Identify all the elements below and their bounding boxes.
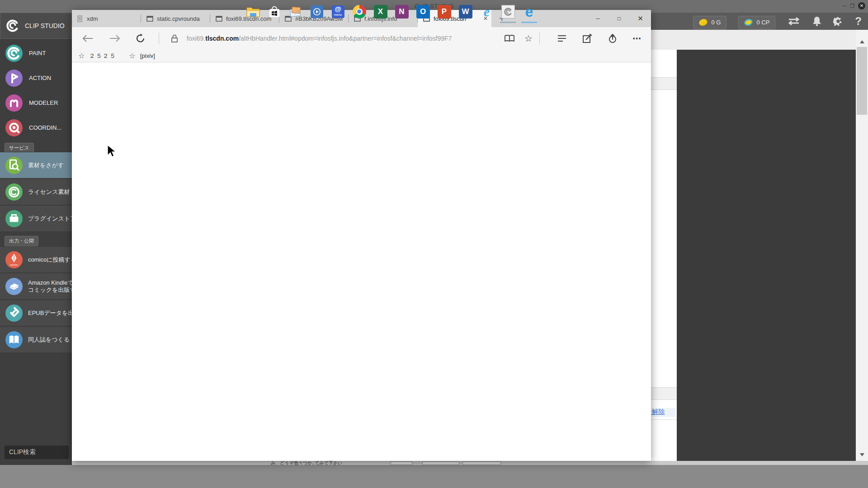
occluded-dialog-text: み、どうぞ色々つか..てみて下さい	[271, 461, 342, 465]
clip-studio-tile-icon	[501, 5, 515, 19]
taskbar-edge[interactable]: e	[519, 0, 540, 23]
settings-gear-icon[interactable]	[833, 16, 843, 26]
cp-balance-badge[interactable]: 0 CP	[738, 16, 775, 29]
taskbar-powerpoint[interactable]: P	[434, 0, 455, 23]
taskbar-atmenu-app[interactable]: @ menu	[327, 0, 349, 23]
sidebar-item-search-materials[interactable]: 素材をさがす	[0, 152, 72, 178]
edge-maximize-button[interactable]: □	[609, 10, 630, 27]
app-close-button[interactable]: ✕	[858, 2, 865, 9]
comico-icon: comico	[5, 251, 23, 268]
panel-header-band	[651, 77, 677, 90]
favorite-item-2525[interactable]: ２５２５	[89, 52, 116, 60]
clip-studio-logo-icon	[5, 18, 20, 33]
sidebar-item-paint[interactable]: PAINT	[0, 41, 72, 66]
sidebar-item-action[interactable]: ACTION	[0, 66, 72, 90]
modeler-icon	[5, 94, 23, 112]
refresh-button[interactable]	[132, 27, 150, 50]
sidebar: CLIP STUDIO PAINT ACTION MODELER COORDIN…	[0, 13, 72, 465]
sidebar-item-label: ライセンス素材	[28, 188, 70, 196]
powerpoint-glyph: P	[442, 7, 447, 16]
sync-swap-icon[interactable]	[787, 17, 801, 25]
notification-bell-icon[interactable]	[812, 16, 821, 26]
reading-view-icon[interactable]	[500, 27, 519, 50]
folder-icon	[246, 6, 260, 18]
app-minimize-button[interactable]: ─	[843, 2, 846, 9]
tab-xdm[interactable]: xdm	[72, 10, 141, 27]
favorites-bar: ☆ ２５２５ ☆ [pixiv]	[72, 50, 651, 62]
taskbar-clip-studio[interactable]	[497, 0, 519, 23]
edge-close-button[interactable]: ✕	[630, 10, 651, 27]
cp-balance-label: 0 CP	[756, 19, 769, 26]
hub-icon[interactable]	[552, 27, 572, 50]
more-actions-icon[interactable]: ⋯	[627, 27, 647, 50]
active-window-indicator	[521, 22, 537, 23]
taskbar-file-explorer[interactable]	[242, 0, 264, 23]
scroll-down-button[interactable]	[856, 449, 868, 460]
sidebar-item-doujinshi[interactable]: 同人誌をつくる	[0, 326, 72, 352]
cp-coin-icon	[743, 18, 754, 27]
svg-text:comico: comico	[10, 263, 18, 266]
gold-balance-badge[interactable]: 0 G	[693, 16, 726, 29]
share-icon[interactable]	[603, 27, 623, 50]
sidebar-item-license-materials[interactable]: ライセンス素材	[0, 178, 72, 205]
app-maximize-button[interactable]: ❐	[850, 2, 854, 9]
app-content-page-strip	[651, 50, 677, 461]
scroll-thumb[interactable]	[857, 47, 867, 115]
nav-separator	[159, 33, 159, 44]
favorite-item-star-icon: ☆	[129, 52, 135, 60]
sidebar-item-plugin-store[interactable]: プラグインストア	[0, 205, 72, 231]
screen: CLIP STUDIO ─ ❐ ✕ 0 G 0 CP	[0, 0, 868, 488]
license-icon	[5, 183, 23, 201]
sidebar-item-coordinate[interactable]: COORDIN...	[0, 115, 72, 140]
nav-separator	[539, 33, 540, 44]
scroll-up-button[interactable]	[856, 36, 868, 47]
at-glyph: @	[335, 6, 341, 12]
occluded-button[interactable]	[422, 461, 459, 465]
taskbar-internet-explorer[interactable]: e	[476, 0, 497, 23]
taskbar-outlook[interactable]: O	[412, 0, 434, 23]
edge-minimize-button[interactable]: ─	[587, 10, 609, 27]
occluded-dialog-strip: み、どうぞ色々つか..てみて下さい	[72, 461, 868, 465]
url-prefix: foxi69.	[187, 35, 205, 42]
mail-icon	[289, 6, 302, 17]
sidebar-item-epub[interactable]: EPUBデータを出力する	[0, 300, 72, 326]
section-tag-publish: 出力・公開	[5, 236, 38, 246]
back-button[interactable]	[77, 27, 98, 50]
taskbar-excel[interactable]: X	[370, 0, 391, 23]
sidebar-clip-studio-home[interactable]: CLIP STUDIO	[0, 13, 71, 39]
epub-icon	[5, 305, 23, 322]
sidebar-item-label: Amazon Kindleで コミックを出版する	[28, 279, 72, 294]
taskbar-onenote[interactable]: N	[391, 0, 412, 23]
sidebar-item-comico[interactable]: comico comicoに投稿する	[0, 246, 72, 272]
window-favicon	[216, 16, 222, 22]
taskbar-mail[interactable]	[285, 0, 306, 23]
panel-header-band	[651, 387, 677, 400]
clip-search-placeholder: CLIP検索	[9, 448, 36, 456]
sidebar-item-label: comicoに投稿する	[28, 256, 72, 264]
word-glyph: W	[462, 7, 469, 16]
gold-balance-label: 0 G	[711, 19, 721, 26]
favorite-star-icon[interactable]: ☆	[519, 27, 538, 50]
web-note-icon[interactable]	[577, 27, 597, 50]
sidebar-item-kindle[interactable]: Amazon Kindleで コミックを出版する	[0, 273, 72, 299]
page-content	[72, 62, 651, 461]
clip-search-input[interactable]: CLIP検索	[5, 446, 69, 459]
address-bar[interactable]: foxi69.tlscdn.com/altHbHandler.html#opdo…	[187, 27, 503, 50]
sidebar-logo-label: CLIP STUDIO	[25, 22, 65, 29]
taskbar-word[interactable]: W	[455, 0, 476, 23]
occluded-button[interactable]	[462, 461, 501, 465]
document-favicon	[77, 15, 83, 22]
kindle-book-icon	[5, 278, 23, 295]
app-vertical-scrollbar[interactable]	[856, 30, 868, 465]
sidebar-item-label: PAINT	[29, 50, 46, 56]
taskbar-chrome[interactable]	[349, 0, 370, 23]
tab-static-cpvrounda[interactable]: static.cpvrounda	[141, 10, 210, 27]
help-icon[interactable]: ?	[855, 15, 862, 28]
taskbar-windows-store[interactable]	[264, 0, 285, 23]
taskbar-movies-tv[interactable]	[306, 0, 327, 23]
favorite-item-pixiv[interactable]: [pixiv]	[140, 52, 155, 59]
sidebar-item-modeler[interactable]: MODELER	[0, 90, 72, 115]
forward-button[interactable]	[104, 27, 125, 50]
occluded-button[interactable]	[391, 461, 412, 465]
window-favicon	[146, 16, 153, 22]
